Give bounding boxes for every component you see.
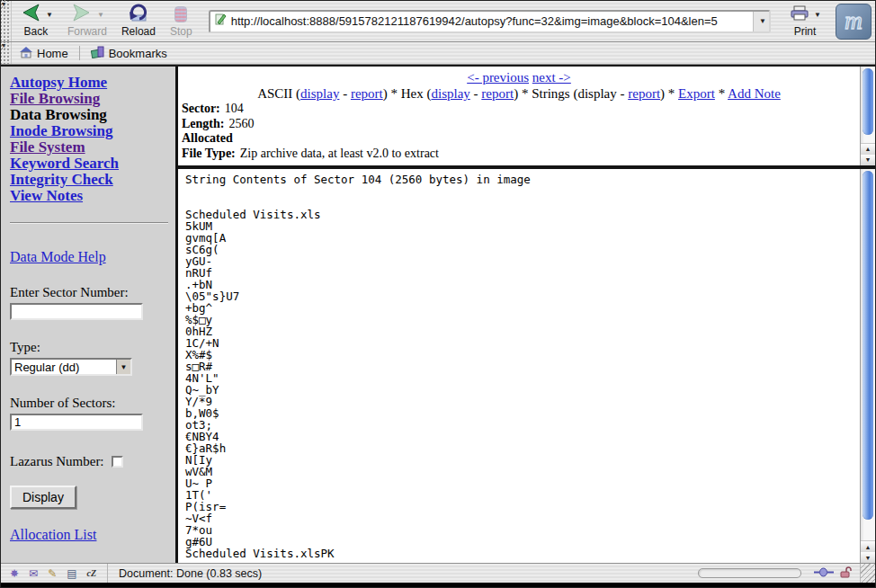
mode-link[interactable]: report (628, 86, 660, 101)
url-dropdown-button[interactable]: ▼ (753, 12, 769, 31)
type-select-value: Regular (dd) (12, 361, 116, 374)
filetype-info-line: File Type:Zip archive data, at least v2.… (178, 147, 860, 162)
header-frame-scrollbar[interactable]: ▲ ▼ (860, 67, 875, 165)
address-book-icon[interactable]: ▤ (67, 568, 76, 579)
forward-button-label: Forward (67, 25, 107, 38)
home-icon (19, 46, 33, 61)
mode-link[interactable]: report (481, 86, 514, 101)
online-plug-icon[interactable] (814, 567, 834, 580)
sector-number-input[interactable] (10, 303, 143, 320)
sidebar-item-autopsy-home[interactable]: Autopsy Home (10, 75, 166, 91)
print-dropdown-arrow-icon[interactable]: ▼ (814, 11, 821, 19)
home-button-label: Home (37, 47, 68, 60)
window-bottom-edge (1, 583, 875, 587)
lazarus-number-label: Lazarus Number: (10, 454, 104, 469)
sector-number-label: Enter Sector Number: (10, 285, 166, 300)
back-button-label: Back (24, 25, 49, 38)
window-resize-grip[interactable] (860, 564, 875, 583)
forward-icon (70, 3, 94, 26)
previous-link[interactable]: <- previous (467, 70, 529, 85)
back-button[interactable]: ▼ Back (13, 3, 58, 40)
scrollbar-thumb[interactable] (863, 171, 873, 520)
lazarus-checkbox[interactable] (112, 456, 123, 468)
mode-link[interactable]: Add Note (728, 86, 781, 101)
chatzilla-icon[interactable]: cZ (87, 568, 97, 578)
scrollbar-thumb[interactable] (863, 68, 873, 135)
sidebar-item-view-notes[interactable]: View Notes (10, 188, 166, 204)
frameset: Autopsy HomeFile BrowsingData BrowsingIn… (1, 65, 875, 563)
mail-icon[interactable]: ✉ (29, 568, 38, 579)
length-label: Length: (182, 117, 224, 130)
sidebar-item-integrity-check[interactable]: Integrity Check (10, 172, 166, 188)
sector-value: 104 (225, 102, 244, 115)
reload-icon (128, 4, 149, 26)
mozilla-logo[interactable]: m (836, 4, 872, 40)
mode-line: ASCII (display - report) * Hex (display … (178, 85, 860, 102)
browser-window: ▼ Back ▼ Forward (0, 0, 876, 588)
filetype-label: File Type: (182, 147, 236, 160)
stop-icon (174, 6, 187, 22)
forward-button: ▼ Forward (62, 3, 112, 40)
scroll-down-arrow-icon[interactable]: ▼ (861, 552, 875, 563)
personal-toolbar-collapse-grippy[interactable] (1, 42, 12, 64)
content-frame-scrollbar[interactable]: ▲ ▼ (860, 169, 875, 563)
sidebar: Autopsy HomeFile BrowsingData BrowsingIn… (1, 67, 178, 563)
mode-text: ) * Hex ( (383, 86, 432, 101)
mode-text: - (339, 86, 351, 101)
forward-dropdown-arrow-icon: ▼ (97, 11, 104, 19)
sector-label: Sector: (182, 102, 220, 115)
url-page-icon[interactable] (214, 13, 228, 30)
type-select[interactable]: Regular (dd) ▼ (10, 358, 132, 376)
filetype-value: Zip archive data, at least v2.0 to extra… (240, 147, 439, 160)
mode-link[interactable]: report (351, 86, 383, 101)
chevron-down-icon: ▼ (116, 360, 130, 374)
toolbar-separator (79, 46, 80, 60)
progress-bar (698, 568, 801, 578)
display-button[interactable]: Display (10, 486, 76, 509)
mode-link[interactable]: display (300, 86, 339, 101)
stop-button: Stop (165, 3, 198, 40)
component-bar: ✸✉✎▤cZ (1, 564, 108, 583)
allocation-list-link[interactable]: Allocation List (10, 527, 166, 543)
mode-text: - (470, 86, 482, 101)
home-button[interactable]: Home (12, 46, 76, 61)
sidebar-nav: Autopsy HomeFile BrowsingData BrowsingIn… (10, 75, 166, 204)
url-input[interactable] (228, 14, 753, 28)
string-contents: String Contents of Sector 104 (2560 byte… (178, 169, 860, 563)
composer-icon[interactable]: ✎ (48, 568, 57, 579)
mode-link[interactable]: Export (678, 86, 715, 101)
bookmarks-button[interactable]: Bookmarks (84, 46, 174, 61)
sector-count-input[interactable] (10, 414, 143, 431)
sidebar-item-inode-browsing[interactable]: Inode Browsing (10, 123, 166, 139)
sidebar-item-file-browsing[interactable]: File Browsing (10, 91, 166, 107)
status-bar: ✸✉✎▤cZ Document: Done (0.83 secs) (1, 563, 875, 583)
url-bar: ▼ (209, 10, 771, 33)
sidebar-item-keyword-search[interactable]: Keyword Search (10, 156, 166, 172)
print-button[interactable]: ▼ Print (783, 3, 827, 40)
length-info-line: Length:2560 (178, 117, 860, 132)
data-mode-help-link[interactable]: Data Mode Help (10, 249, 166, 265)
reload-button[interactable]: Reload (116, 3, 161, 40)
allocated-label: Allocated (182, 131, 233, 145)
scroll-up-arrow-icon[interactable]: ▲ (861, 144, 875, 155)
sidebar-item-file-system[interactable]: File System (10, 139, 166, 156)
next-link[interactable]: next -> (532, 70, 571, 85)
mode-text: * (715, 86, 728, 101)
security-lock-icon[interactable] (839, 566, 853, 581)
navigator-icon[interactable]: ✸ (10, 568, 19, 579)
scroll-up-arrow-icon[interactable]: ▲ (861, 541, 875, 552)
back-dropdown-arrow-icon[interactable]: ▼ (46, 11, 53, 19)
mode-text: ) * (660, 86, 678, 101)
mode-link[interactable]: display (431, 86, 469, 101)
reload-button-label: Reload (121, 25, 156, 38)
stop-button-label: Stop (170, 25, 192, 38)
svg-text:m: m (845, 7, 863, 34)
toolbar-collapse-grippy[interactable] (1, 1, 12, 41)
mode-text: ASCII ( (257, 86, 300, 101)
print-icon (789, 4, 810, 25)
mode-text: ) * Strings (display - (514, 86, 628, 101)
content-area: <- previous next -> ASCII (display - rep… (178, 67, 875, 563)
sidebar-item-data-browsing: Data Browsing (10, 107, 166, 123)
strings-content-frame: String Contents of Sector 104 (2560 byte… (178, 169, 875, 563)
scroll-down-arrow-icon[interactable]: ▼ (861, 155, 875, 165)
